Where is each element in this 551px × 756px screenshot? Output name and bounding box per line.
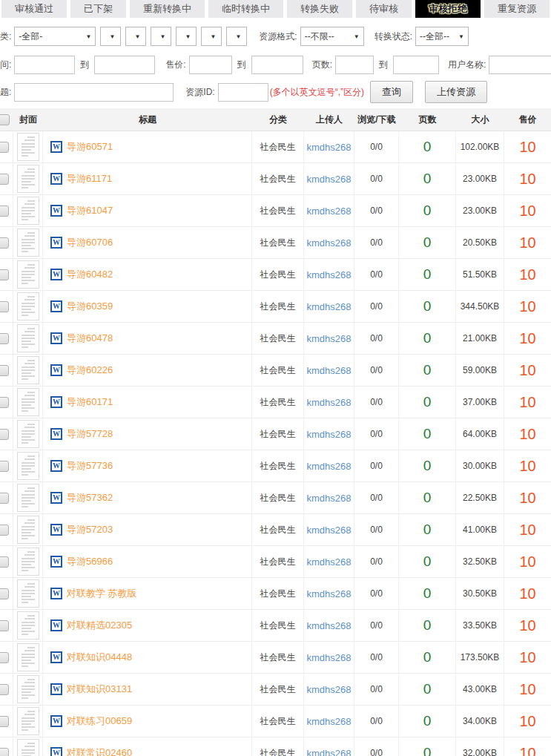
uploader-link[interactable]: kmdhs268 <box>307 588 352 599</box>
cover-thumbnail[interactable] <box>17 165 39 193</box>
time-from-input[interactable] <box>14 56 75 74</box>
cover-thumbnail[interactable] <box>17 739 39 756</box>
uploader-link[interactable]: kmdhs268 <box>307 493 352 504</box>
resource-title-link[interactable]: 对联常识02460 <box>67 746 132 756</box>
select-all-checkbox[interactable] <box>0 114 10 125</box>
row-checkbox[interactable] <box>0 429 9 440</box>
cover-thumbnail[interactable] <box>17 707 39 735</box>
resource-title-link[interactable]: 导游60571 <box>67 140 113 154</box>
tab-3[interactable]: 临时转换中 <box>208 0 283 18</box>
resource-title-link[interactable]: 导游60171 <box>67 395 113 409</box>
time-to-input[interactable] <box>94 56 155 74</box>
row-checkbox[interactable] <box>0 397 9 408</box>
row-checkbox[interactable] <box>0 748 9 756</box>
price-from-input[interactable] <box>189 56 232 74</box>
resource-title-link[interactable]: 导游61047 <box>67 204 113 217</box>
row-checkbox[interactable] <box>0 716 9 727</box>
resource-title-link[interactable]: 导游57362 <box>67 491 113 504</box>
cover-thumbnail[interactable] <box>17 452 39 480</box>
row-checkbox[interactable] <box>0 684 9 695</box>
username-input[interactable] <box>489 56 551 74</box>
cover-thumbnail[interactable] <box>17 420 39 448</box>
uploader-link[interactable]: kmdhs268 <box>307 365 352 376</box>
resource-title-link[interactable]: 导游57736 <box>67 459 113 473</box>
resource-title-link[interactable]: 导游57728 <box>67 427 113 441</box>
row-checkbox[interactable] <box>0 461 9 472</box>
uploader-link[interactable]: kmdhs268 <box>307 333 352 344</box>
pages-from-input[interactable] <box>335 56 374 74</box>
cover-thumbnail[interactable] <box>17 484 39 512</box>
resource-title-link[interactable]: 对联知识04448 <box>67 651 132 664</box>
uploader-link[interactable]: kmdhs268 <box>307 748 352 756</box>
uploader-link[interactable]: kmdhs268 <box>307 237 352 249</box>
sub-category-select-0[interactable]: ▼ <box>100 27 121 46</box>
uploader-link[interactable]: kmdhs268 <box>307 397 352 408</box>
resource-title-link[interactable]: 导游60706 <box>67 236 113 249</box>
cover-thumbnail[interactable] <box>17 133 39 161</box>
uploader-link[interactable]: kmdhs268 <box>307 206 352 217</box>
tab-1[interactable]: 已下架 <box>70 0 126 18</box>
cover-thumbnail[interactable] <box>17 675 39 703</box>
row-checkbox[interactable] <box>0 333 9 344</box>
cover-thumbnail[interactable] <box>17 388 39 416</box>
tab-4[interactable]: 转换失败 <box>287 0 352 18</box>
pages-to-input[interactable] <box>393 56 439 74</box>
uploader-link[interactable]: kmdhs268 <box>307 620 352 631</box>
row-checkbox[interactable] <box>0 652 9 663</box>
cover-thumbnail[interactable] <box>17 548 39 576</box>
sub-category-select-2[interactable]: ▼ <box>151 27 171 46</box>
query-button[interactable]: 查询 <box>370 81 413 103</box>
uploader-link[interactable]: kmdhs268 <box>307 461 352 472</box>
uploader-link[interactable]: kmdhs268 <box>307 269 352 280</box>
cover-thumbnail[interactable] <box>17 292 39 321</box>
tab-6[interactable]: 审核拒绝 <box>415 0 481 18</box>
row-checkbox[interactable] <box>0 365 9 376</box>
row-checkbox[interactable] <box>0 301 9 312</box>
category-select[interactable]: -全部- ▼ <box>14 27 96 46</box>
cover-thumbnail[interactable] <box>17 516 39 544</box>
resource-title-link[interactable]: 导游60359 <box>67 300 113 313</box>
cover-thumbnail[interactable] <box>17 229 39 257</box>
resource-title-link[interactable]: 导游60482 <box>67 268 113 281</box>
resource-title-link[interactable]: 导游60478 <box>67 332 113 345</box>
row-checkbox[interactable] <box>0 206 9 217</box>
uploader-link[interactable]: kmdhs268 <box>307 142 352 153</box>
uploader-link[interactable]: kmdhs268 <box>307 525 352 536</box>
row-checkbox[interactable] <box>0 493 9 504</box>
price-to-input[interactable] <box>251 56 303 74</box>
cover-thumbnail[interactable] <box>17 643 39 671</box>
resource-title-link[interactable]: 对联教学 苏教版 <box>67 587 137 600</box>
row-checkbox[interactable] <box>0 525 9 536</box>
tab-0[interactable]: 审核通过 <box>1 0 67 18</box>
cover-thumbnail[interactable] <box>17 356 39 384</box>
sub-category-select-3[interactable]: ▼ <box>176 27 197 46</box>
uploader-link[interactable]: kmdhs268 <box>307 716 352 727</box>
resource-title-link[interactable]: 导游60226 <box>67 364 113 377</box>
row-checkbox[interactable] <box>0 556 9 568</box>
format-select[interactable]: --不限-- ▼ <box>300 27 364 46</box>
status-select[interactable]: --全部-- ▼ <box>415 27 469 46</box>
upload-resource-button[interactable]: 上传资源 <box>425 81 487 103</box>
uploader-link[interactable]: kmdhs268 <box>307 652 352 663</box>
resource-title-link[interactable]: 导游57203 <box>67 523 113 536</box>
cover-thumbnail[interactable] <box>17 197 39 225</box>
uploader-link[interactable]: kmdhs268 <box>307 556 352 568</box>
row-checkbox[interactable] <box>0 269 9 280</box>
resource-title-link[interactable]: 对联练习00659 <box>67 714 132 728</box>
resource-title-link[interactable]: 导游61171 <box>67 172 112 185</box>
resource-title-link[interactable]: 导游56966 <box>67 555 113 568</box>
cover-thumbnail[interactable] <box>17 260 39 289</box>
resource-title-link[interactable]: 对联精选02305 <box>67 619 132 632</box>
uploader-link[interactable]: kmdhs268 <box>307 301 352 312</box>
cover-thumbnail[interactable] <box>17 324 39 352</box>
row-checkbox[interactable] <box>0 237 9 249</box>
uploader-link[interactable]: kmdhs268 <box>307 174 352 185</box>
uploader-link[interactable]: kmdhs268 <box>307 429 352 440</box>
tab-5[interactable]: 待审核 <box>356 0 412 18</box>
cover-thumbnail[interactable] <box>17 579 39 608</box>
cover-thumbnail[interactable] <box>17 611 39 640</box>
uploader-link[interactable]: kmdhs268 <box>307 684 352 695</box>
row-checkbox[interactable] <box>0 174 9 185</box>
sub-category-select-4[interactable]: ▼ <box>201 27 222 46</box>
tab-2[interactable]: 重新转换中 <box>130 0 205 18</box>
